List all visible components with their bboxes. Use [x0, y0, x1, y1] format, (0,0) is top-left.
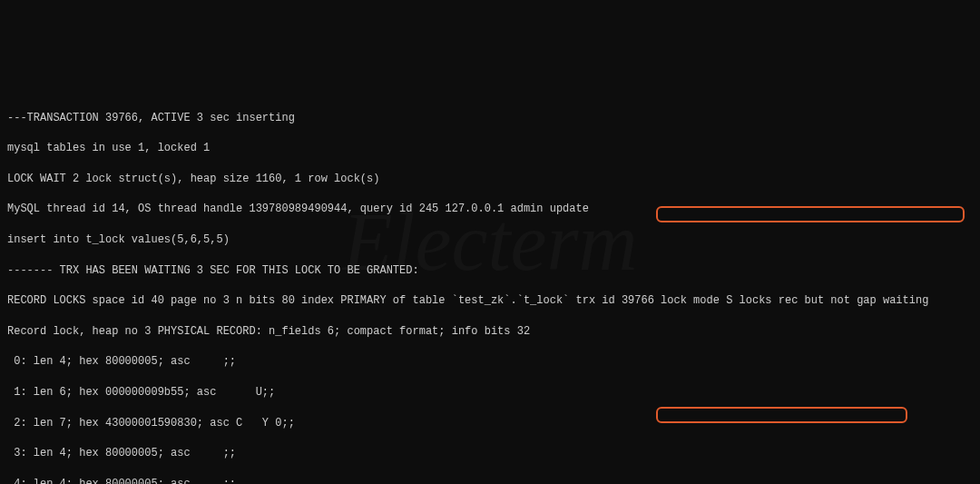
terminal-line: 4: len 4; hex 80000005; asc ;; — [7, 477, 973, 484]
terminal-line: insert into t_lock values(5,6,5,5) — [7, 232, 973, 248]
terminal-line: ---TRANSACTION 39766, ACTIVE 3 sec inser… — [7, 111, 973, 126]
terminal-line: MySQL thread id 14, OS thread handle 139… — [7, 202, 973, 217]
terminal-line: 0: len 4; hex 80000005; asc ;; — [7, 354, 973, 370]
terminal-line: 1: len 6; hex 000000009b55; asc U;; — [7, 385, 973, 400]
terminal-line: Record lock, heap no 3 PHYSICAL RECORD: … — [7, 324, 973, 340]
terminal-line: RECORD LOCKS space id 40 page no 3 n bit… — [7, 293, 973, 309]
terminal-line: 3: len 4; hex 80000005; asc ;; — [7, 446, 973, 461]
terminal-line: 2: len 7; hex 43000001590830; asc C Y 0;… — [7, 416, 973, 431]
terminal-line: ------- TRX HAS BEEN WAITING 3 SEC FOR T… — [7, 263, 973, 279]
terminal-line: mysql tables in use 1, locked 1 — [7, 141, 973, 156]
terminal-line: LOCK WAIT 2 lock struct(s), heap size 11… — [7, 172, 973, 187]
terminal-output: ---TRANSACTION 39766, ACTIVE 3 sec inser… — [7, 95, 973, 484]
